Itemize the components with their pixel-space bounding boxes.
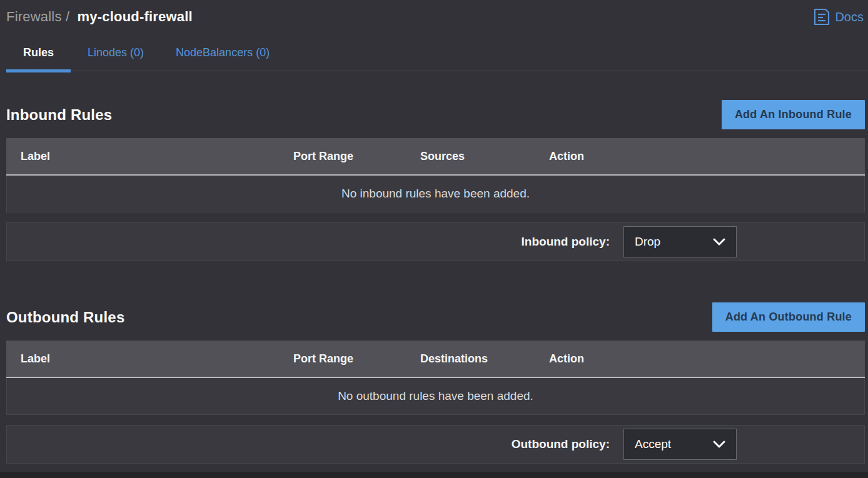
breadcrumb: Firewalls / my-cloud-firewall [6,9,193,25]
inbound-rules-table: Label Port Range Sources Action No inbou… [6,138,865,212]
inbound-policy-select[interactable]: Drop [623,226,737,257]
docs-link-label: Docs [835,10,864,24]
outbound-policy-select[interactable]: Accept [623,429,737,460]
outbound-column-action: Action [549,352,865,366]
outbound-column-label: Label [6,352,293,366]
inbound-empty-message: No inbound rules have been added. [341,187,530,201]
tab-divider [6,69,865,72]
outbound-policy-row: Outbound policy: Accept [6,425,865,464]
outbound-rules-table: Label Port Range Destinations Action No … [6,341,865,415]
inbound-policy-row: Inbound policy: Drop [6,222,865,261]
docs-link[interactable]: Docs [814,8,865,26]
add-inbound-rule-button[interactable]: Add An Inbound Rule [722,100,865,129]
outbound-column-destinations: Destinations [420,352,549,366]
outbound-rules-title: Outbound Rules [6,309,124,326]
outbound-policy-label: Outbound policy: [512,437,610,451]
outbound-section-header: Outbound Rules Add An Outbound Rule [6,302,865,332]
inbound-rules-title: Inbound Rules [6,106,112,124]
tab-divider-line [6,71,868,71]
inbound-column-action: Action [549,150,865,163]
inbound-empty-row: No inbound rules have been added. [6,176,865,212]
tab-nodebalancers[interactable]: NodeBalancers (0) [176,46,270,59]
outbound-empty-message: No outbound rules have been added. [338,389,533,403]
outbound-policy-value: Accept [635,437,671,451]
inbound-column-label: Label [6,150,293,163]
top-bar: Firewalls / my-cloud-firewall Docs [6,0,865,26]
outbound-empty-row: No outbound rules have been added. [6,378,865,415]
add-outbound-rule-button[interactable]: Add An Outbound Rule [712,302,865,332]
inbound-column-port-range: Port Range [293,150,420,163]
breadcrumb-firewalls-link[interactable]: Firewalls / [6,9,69,24]
inbound-table-header: Label Port Range Sources Action [6,138,865,176]
inbound-policy-label: Inbound policy: [522,235,610,249]
chevron-down-icon [713,441,725,448]
document-icon [814,8,830,26]
bottom-edge-strip [0,472,868,478]
tab-linodes[interactable]: Linodes (0) [88,46,144,59]
firewall-detail-page: Firewalls / my-cloud-firewall Docs Rules… [0,0,868,464]
tab-rules[interactable]: Rules [6,46,71,59]
inbound-policy-value: Drop [635,235,660,249]
tab-bar: Rules Linodes (0) NodeBalancers (0) [6,46,865,59]
breadcrumb-current-firewall: my-cloud-firewall [78,9,193,24]
active-tab-indicator [6,69,71,72]
outbound-table-header: Label Port Range Destinations Action [6,341,865,378]
chevron-down-icon [713,238,725,246]
outbound-column-port-range: Port Range [293,352,420,366]
inbound-section-header: Inbound Rules Add An Inbound Rule [6,100,865,129]
inbound-column-sources: Sources [420,150,549,163]
